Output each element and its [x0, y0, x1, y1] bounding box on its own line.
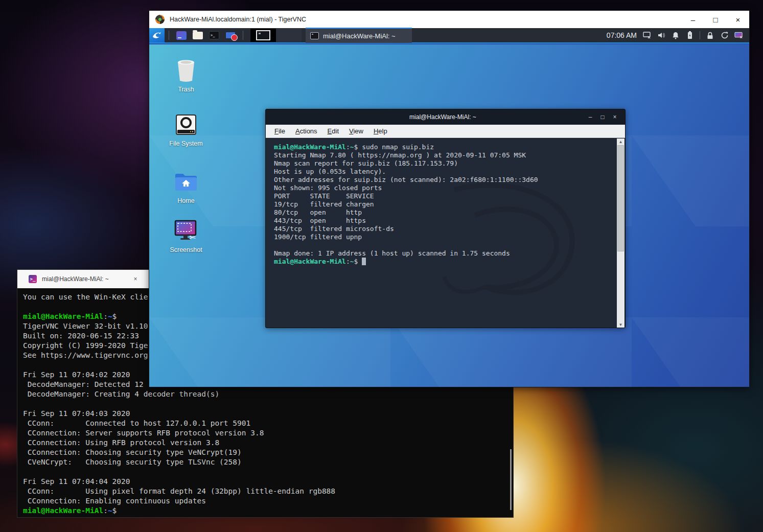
workspace-window-preview	[256, 30, 270, 40]
desktop-icon-label: File System	[167, 140, 205, 147]
desktop-icon-label: Home	[167, 197, 205, 204]
tigervnc-icon	[155, 15, 165, 24]
vnc-window-title: HackWare-MiAl.localdomain:1 (mial) - Tig…	[170, 16, 682, 23]
clock[interactable]: 07:06 AM	[607, 31, 637, 39]
taskbar-window-label: mial@HackWare-MiAl: ~	[323, 32, 396, 40]
terminal-line: mial@HackWare-MiAl:~$ sudo nmap suip.biz	[274, 143, 618, 151]
scroll-down-icon[interactable]: ▼	[617, 321, 625, 328]
terminal-line	[23, 467, 513, 477]
terminal-line: Nmap scan report for suip.biz (185.117.1…	[274, 159, 618, 168]
kali-dragon-watermark	[434, 169, 587, 312]
volume-icon[interactable]	[657, 31, 665, 40]
terminal-output[interactable]: mial@HackWare-MiAl:~$ sudo nmap suip.biz…	[266, 138, 618, 328]
tigervnc-window[interactable]: HackWare-MiAl.localdomain:1 (mial) - Tig…	[149, 10, 750, 387]
terminal-line: mial@HackWare-MiAl:~$	[23, 506, 513, 516]
menu-edit[interactable]: Edit	[322, 127, 344, 135]
screen-recorder-icon	[225, 32, 236, 39]
xfce-terminal-title: mial@HackWare-MiAl: ~	[266, 113, 584, 121]
desktop-icon-trash[interactable]: Trash	[167, 58, 205, 93]
svg-text:✄: ✄	[189, 233, 196, 242]
minimize-button[interactable]: –	[584, 113, 596, 121]
kali-logo-icon	[152, 30, 162, 40]
xfce-terminal-titlebar[interactable]: mial@HackWare-MiAl: ~ – □ ×	[266, 109, 625, 125]
xfce-terminal-menubar: File Actions Edit View Help	[266, 125, 625, 138]
menu-help[interactable]: Help	[368, 127, 392, 135]
lock-screen-icon[interactable]	[706, 31, 714, 40]
terminal-line: CVeNCrypt: Choosing security type TLSVnc…	[23, 457, 513, 467]
display-settings-icon[interactable]	[642, 31, 651, 40]
terminal-tab-icon: >_	[29, 275, 37, 283]
workspace-1[interactable]	[250, 29, 276, 42]
files-app-icon	[176, 31, 187, 40]
terminal-launcher[interactable]: >_	[208, 30, 220, 41]
terminal-line: CConnection: Server supports RFB protoco…	[23, 428, 513, 438]
terminal-line: CConn: Using pixel format depth 24 (32bp…	[23, 487, 513, 496]
terminal-line: Starting Nmap 7.80 ( https://nmap.org ) …	[274, 151, 618, 159]
maximize-button[interactable]: □	[704, 11, 727, 28]
terminal-scrollbar[interactable]: ▲ ▼	[617, 138, 625, 328]
terminal-line: Fri Sep 11 07:04:04 2020	[23, 477, 513, 487]
file-system-icon	[167, 112, 205, 137]
scrollbar-thumb[interactable]	[617, 145, 624, 251]
close-button[interactable]: ×	[609, 113, 621, 121]
screen-recorder-launcher[interactable]	[224, 30, 237, 41]
session-logout-icon[interactable]	[720, 31, 729, 40]
desktop-icon-screenshot[interactable]: ✄ Screenshot	[167, 218, 205, 253]
terminal-line: Fri Sep 11 07:04:03 2020	[23, 409, 513, 419]
terminal-line	[23, 399, 513, 409]
terminal-line: CConn: Connected to host 127.0.0.1 port …	[23, 419, 513, 428]
terminal-line: DecodeManager: Creating 4 decoder thread…	[23, 389, 513, 399]
scroll-up-icon[interactable]: ▲	[617, 138, 625, 145]
minimize-button[interactable]: –	[682, 11, 704, 28]
workspace-pager[interactable]	[250, 29, 302, 42]
terminal-line: CConnection: Using RFB protocol version …	[23, 438, 513, 448]
screenshot-icon: ✄	[167, 218, 205, 244]
workspace-2[interactable]	[276, 29, 302, 42]
close-button[interactable]: ×	[727, 11, 749, 28]
desktop-icon-file-system[interactable]: File System	[167, 112, 205, 147]
panel-separator	[243, 31, 243, 40]
kali-panel: >_ mial@HackWare-MiAl: ~ 07:06 AM	[149, 28, 749, 43]
desktop-icon-home[interactable]: Home	[167, 169, 205, 204]
folder-icon	[193, 32, 203, 39]
terminal-icon: >_	[209, 31, 219, 39]
kali-menu-button[interactable]	[149, 28, 165, 42]
system-tray: 07:06 AM	[607, 31, 749, 40]
xfce-terminal-window[interactable]: mial@HackWare-MiAl: ~ – □ × File Actions…	[265, 109, 626, 328]
menu-view[interactable]: View	[344, 127, 368, 135]
trash-icon	[167, 58, 205, 83]
terminal-icon	[310, 32, 319, 39]
desktop-icon-label: Trash	[167, 86, 205, 93]
terminal-tab-title: mial@HackWare-MiAl: ~	[42, 275, 131, 283]
screenshot-tray-icon[interactable]	[734, 31, 743, 40]
tab-close-icon[interactable]: ×	[131, 274, 140, 284]
file-manager-launcher[interactable]	[192, 30, 204, 41]
menu-actions[interactable]: Actions	[290, 127, 322, 135]
menu-file[interactable]: File	[266, 127, 290, 135]
vnc-titlebar[interactable]: HackWare-MiAl.localdomain:1 (mial) - Tig…	[149, 11, 749, 28]
battery-icon[interactable]	[685, 31, 694, 40]
home-folder-icon	[167, 169, 205, 195]
panel-separator	[169, 31, 169, 40]
terminal-scrollbar[interactable]	[510, 449, 512, 510]
kali-desktop[interactable]: Trash File System Home ✄ Screenshot mial…	[149, 44, 749, 387]
maximize-button[interactable]: □	[596, 113, 609, 121]
tray-separator	[700, 31, 700, 39]
taskbar-window-button[interactable]: mial@HackWare-MiAl: ~	[306, 28, 412, 43]
desktop-icon-label: Screenshot	[167, 246, 205, 253]
notifications-bell-icon[interactable]	[671, 31, 680, 40]
terminal-line: CConnection: Enabling continuous updates	[23, 496, 513, 506]
terminal-tab[interactable]: >_ mial@HackWare-MiAl: ~ ×	[21, 270, 144, 288]
files-app-launcher[interactable]	[175, 30, 188, 41]
terminal-line: CConnection: Choosing security type VeNC…	[23, 448, 513, 457]
